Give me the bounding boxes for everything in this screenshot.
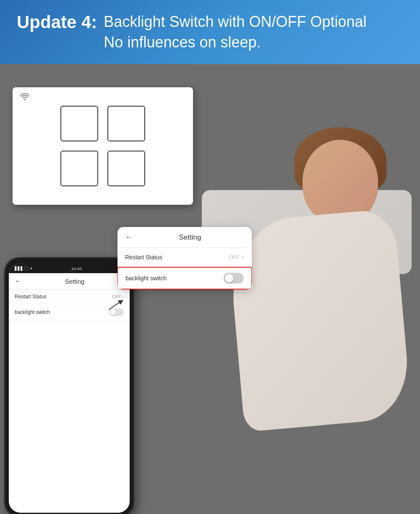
popup-restart-label: Restart Status — [125, 254, 162, 261]
popup-back-button[interactable]: ← — [125, 233, 133, 242]
switch-button-3[interactable] — [60, 151, 98, 186]
wifi-status-icon: ⛶ — [25, 266, 29, 271]
main-content: ▋▋▋ ⛶ ✶ 15:05 ▮▮ ← Setting Restart Statu… — [0, 64, 420, 514]
switch-button-2[interactable] — [107, 106, 145, 141]
signal-bars-icon: ▋▋▋ — [15, 266, 23, 271]
woman-decoration — [202, 106, 412, 484]
woman-body — [227, 209, 412, 432]
phone-app-title: Setting — [26, 278, 124, 285]
header-text-block: Backlight Switch with ON/OFF Optional No… — [104, 12, 366, 52]
chevron-icon: › — [122, 294, 124, 299]
switch-button-1[interactable] — [60, 106, 98, 141]
update-label: Update 4: — [17, 12, 97, 33]
smart-switch-device — [13, 87, 193, 205]
header-line1: Backlight Switch with ON/OFF Optional — [104, 12, 366, 32]
phone-notch — [52, 264, 86, 268]
connector-arrow — [107, 299, 123, 308]
svg-line-1 — [109, 301, 121, 310]
header: Update 4: Backlight Switch with ON/OFF O… — [0, 0, 420, 64]
popup-restart-value: OFF > — [229, 254, 244, 261]
popup-title: Setting — [136, 233, 244, 242]
phone-backlight-label: backlight switch — [15, 309, 50, 315]
phone-mockup: ▋▋▋ ⛶ ✶ 15:05 ▮▮ ← Setting Restart Statu… — [4, 257, 134, 514]
popup-backlight-toggle[interactable] — [224, 273, 244, 284]
setting-popup: ← Setting Restart Status OFF > backlight… — [117, 227, 252, 290]
phone-app-header: ← Setting — [9, 273, 130, 290]
header-line2: No influences on sleep. — [104, 32, 366, 53]
switch-button-4[interactable] — [107, 151, 145, 186]
phone-restart-value: OFF › — [112, 294, 124, 299]
wifi-icon — [20, 93, 29, 103]
popup-backlight-row[interactable]: backlight switch — [117, 267, 252, 290]
popup-chevron-icon: > — [241, 254, 244, 261]
popup-backlight-label: backlight switch — [125, 275, 167, 282]
bluetooth-icon: ✶ — [30, 266, 33, 271]
svg-point-0 — [24, 99, 26, 100]
switch-buttons-grid — [60, 106, 145, 186]
phone-back-button[interactable]: ← — [15, 277, 21, 285]
phone-restart-label: Restart Status — [15, 294, 47, 300]
popup-restart-row[interactable]: Restart Status OFF > — [117, 248, 252, 267]
popup-header: ← Setting — [117, 227, 252, 248]
phone-signal-icons: ▋▋▋ ⛶ ✶ — [15, 266, 33, 271]
